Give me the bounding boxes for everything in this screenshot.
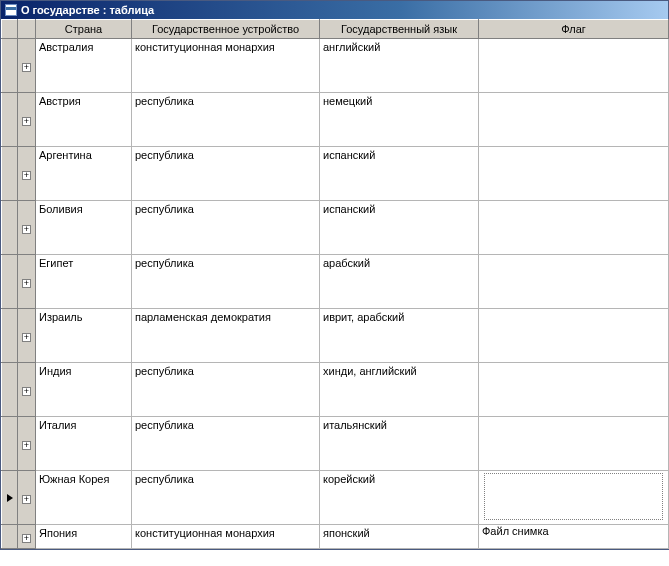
row-selector-header[interactable] [2, 20, 18, 39]
cell-government[interactable]: парламенская демократия [132, 309, 320, 363]
row-expander[interactable]: + [18, 147, 36, 201]
cell-language[interactable]: испанский [320, 201, 479, 255]
datasheet-icon [5, 4, 17, 16]
cell-flag[interactable] [479, 471, 669, 525]
table-row[interactable]: +Египетреспубликаарабский [2, 255, 669, 309]
header-row: Страна Государственное устройство Госуда… [2, 20, 669, 39]
row-selector[interactable] [2, 525, 18, 549]
cell-language[interactable]: хинди, английский [320, 363, 479, 417]
expander-header[interactable] [18, 20, 36, 39]
row-selector[interactable] [2, 363, 18, 417]
plus-icon[interactable]: + [22, 441, 31, 450]
cell-government[interactable]: республика [132, 471, 320, 525]
cell-language[interactable]: арабский [320, 255, 479, 309]
row-selector[interactable] [2, 471, 18, 525]
plus-icon[interactable]: + [22, 333, 31, 342]
cell-government[interactable]: конституционная монархия [132, 525, 320, 549]
row-expander[interactable]: + [18, 363, 36, 417]
plus-icon[interactable]: + [22, 63, 31, 72]
cell-government[interactable]: республика [132, 93, 320, 147]
cell-language[interactable]: корейский [320, 471, 479, 525]
cell-country[interactable]: Япония [36, 525, 132, 549]
cell-language[interactable]: иврит, арабский [320, 309, 479, 363]
window: О государстве : таблица Страна Государст… [0, 0, 669, 550]
cell-government[interactable]: республика [132, 201, 320, 255]
cell-country[interactable]: Южная Корея [36, 471, 132, 525]
plus-icon[interactable]: + [22, 534, 31, 543]
cell-government[interactable]: республика [132, 255, 320, 309]
cell-flag[interactable]: Файл снимка [479, 525, 669, 549]
cell-language[interactable]: итальянский [320, 417, 479, 471]
cell-flag[interactable] [479, 255, 669, 309]
cell-country[interactable]: Египет [36, 255, 132, 309]
table-row[interactable]: +Австралияконституционная монархияанглий… [2, 39, 669, 93]
titlebar[interactable]: О государстве : таблица [1, 1, 668, 19]
col-header-country[interactable]: Страна [36, 20, 132, 39]
cell-language[interactable]: английский [320, 39, 479, 93]
row-expander[interactable]: + [18, 93, 36, 147]
cell-flag[interactable] [479, 309, 669, 363]
cell-flag[interactable] [479, 147, 669, 201]
row-expander[interactable]: + [18, 417, 36, 471]
row-selector[interactable] [2, 147, 18, 201]
plus-icon[interactable]: + [22, 279, 31, 288]
row-selector[interactable] [2, 93, 18, 147]
cell-flag[interactable] [479, 417, 669, 471]
row-expander[interactable]: + [18, 471, 36, 525]
cell-government[interactable]: республика [132, 417, 320, 471]
cell-country[interactable]: Аргентина [36, 147, 132, 201]
cell-country[interactable]: Боливия [36, 201, 132, 255]
cell-country[interactable]: Израиль [36, 309, 132, 363]
cell-language[interactable]: немецкий [320, 93, 479, 147]
data-grid: Страна Государственное устройство Госуда… [1, 19, 669, 549]
cell-government[interactable]: республика [132, 363, 320, 417]
current-row-indicator-icon [7, 494, 13, 502]
table-row[interactable]: +Боливияреспубликаиспанский [2, 201, 669, 255]
col-header-language[interactable]: Государственный язык [320, 20, 479, 39]
row-selector[interactable] [2, 309, 18, 363]
plus-icon[interactable]: + [22, 225, 31, 234]
row-expander[interactable]: + [18, 255, 36, 309]
row-expander[interactable]: + [18, 201, 36, 255]
cell-government[interactable]: республика [132, 147, 320, 201]
table-row[interactable]: +Италияреспубликаитальянский [2, 417, 669, 471]
cell-country[interactable]: Австрия [36, 93, 132, 147]
cell-country[interactable]: Индия [36, 363, 132, 417]
row-selector[interactable] [2, 255, 18, 309]
cell-flag[interactable] [479, 39, 669, 93]
flag-ole-placeholder[interactable] [484, 473, 663, 520]
col-header-flag[interactable]: Флаг [479, 20, 669, 39]
table-row[interactable]: +Австрияреспубликанемецкий [2, 93, 669, 147]
row-expander[interactable]: + [18, 309, 36, 363]
row-selector[interactable] [2, 417, 18, 471]
col-header-government[interactable]: Государственное устройство [132, 20, 320, 39]
table-row[interactable]: +Израильпарламенская демократияиврит, ар… [2, 309, 669, 363]
plus-icon[interactable]: + [22, 495, 31, 504]
row-expander[interactable]: + [18, 525, 36, 549]
cell-flag[interactable] [479, 93, 669, 147]
cell-country[interactable]: Австралия [36, 39, 132, 93]
cell-flag[interactable] [479, 201, 669, 255]
table-row[interactable]: +Японияконституционная монархияяпонскийФ… [2, 525, 669, 549]
cell-country[interactable]: Италия [36, 417, 132, 471]
row-expander[interactable]: + [18, 39, 36, 93]
cell-language[interactable]: японский [320, 525, 479, 549]
cell-flag[interactable] [479, 363, 669, 417]
row-selector[interactable] [2, 39, 18, 93]
plus-icon[interactable]: + [22, 387, 31, 396]
table-row[interactable]: +Индияреспубликахинди, английский [2, 363, 669, 417]
cell-government[interactable]: конституционная монархия [132, 39, 320, 93]
cell-language[interactable]: испанский [320, 147, 479, 201]
plus-icon[interactable]: + [22, 171, 31, 180]
row-selector[interactable] [2, 201, 18, 255]
plus-icon[interactable]: + [22, 117, 31, 126]
window-title: О государстве : таблица [21, 4, 154, 16]
table-row[interactable]: +Аргентинареспубликаиспанский [2, 147, 669, 201]
table-row[interactable]: +Южная Кореяреспубликакорейский [2, 471, 669, 525]
